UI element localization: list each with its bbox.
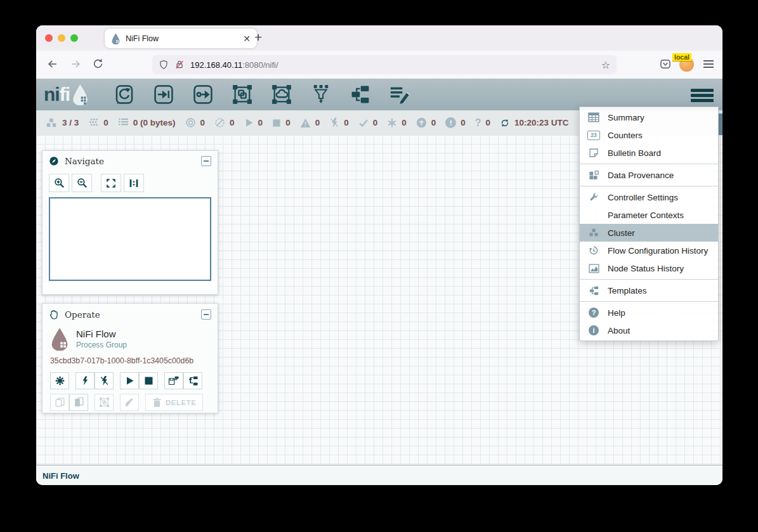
browser-tab[interactable]: NiFi Flow ✕: [105, 29, 257, 48]
bookmark-star-icon[interactable]: ☆: [601, 59, 610, 71]
back-button[interactable]: [46, 58, 59, 70]
menu-separator: [580, 186, 718, 186]
disabled-icon: [329, 117, 339, 128]
delete-button[interactable]: DELETE: [145, 394, 203, 411]
navigate-title: Navigate: [65, 156, 104, 166]
threads-status: 0: [88, 117, 108, 128]
process-group-drop-icon: [50, 327, 69, 351]
menu-item-cluster[interactable]: Cluster: [580, 224, 718, 242]
stale-status: 0: [416, 117, 436, 128]
delete-label: DELETE: [166, 399, 196, 406]
wrench-icon: [587, 192, 600, 202]
disabled-status: 0: [329, 117, 349, 128]
pocket-icon[interactable]: [659, 58, 672, 70]
info-icon: i: [587, 325, 600, 335]
cubes-icon: [587, 228, 600, 238]
url-path: :8080/nifi/: [242, 60, 278, 70]
label-icon[interactable]: [388, 83, 411, 106]
configure-button[interactable]: [50, 372, 69, 389]
menu-item-data-provenance[interactable]: Data Provenance: [580, 166, 718, 184]
template-icon[interactable]: [349, 83, 372, 106]
stop-button[interactable]: [139, 372, 158, 389]
menu-item-flow-configuration-history[interactable]: Flow Configuration History: [580, 242, 718, 259]
menu-separator: [580, 279, 718, 280]
menu-item-bulletin-board[interactable]: Bulletin Board: [580, 144, 718, 162]
global-menu-button[interactable]: [691, 89, 714, 104]
create-template-button[interactable]: [164, 372, 183, 389]
zoom-in-button[interactable]: [49, 174, 69, 192]
threads-count: 0: [103, 118, 108, 127]
menu-item-parameter-contexts[interactable]: Parameter Contexts: [580, 206, 718, 224]
collapse-navigate-button[interactable]: [201, 156, 211, 166]
refresh-icon[interactable]: [500, 118, 510, 128]
firefox-menu-button[interactable]: [703, 60, 714, 70]
navigation-bar: 192.168.40.11:8080/nifi/ ☆ local: [36, 51, 722, 79]
color-button[interactable]: [120, 394, 139, 411]
input-port-icon[interactable]: [152, 83, 175, 106]
url-bar[interactable]: 192.168.40.11:8080/nifi/ ☆: [152, 55, 617, 74]
process-group-icon[interactable]: [231, 83, 254, 106]
reload-button[interactable]: [92, 58, 104, 70]
last-refresh-time: 10:20:23 UTC: [514, 118, 569, 127]
browser-window: NiFi Flow ✕ + 192.168.40.11:8080/nifi/ ☆…: [36, 25, 722, 485]
stopped-status: 0: [272, 118, 291, 127]
not-transmitting-status: 0: [214, 117, 235, 128]
forward-button[interactable]: [69, 58, 82, 70]
funnel-icon[interactable]: [310, 83, 332, 106]
locally-modified-stale-status: ! 0: [445, 117, 466, 128]
minimap-footer: [43, 282, 217, 290]
breadcrumb[interactable]: NiFi Flow: [42, 471, 79, 481]
nifi-drop-icon: [72, 84, 89, 105]
menu-item-summary[interactable]: Summary: [580, 108, 718, 126]
tab-close-icon[interactable]: ✕: [243, 34, 251, 43]
selected-flow-name: NiFi Flow: [76, 328, 127, 339]
navigate-panel: Navigate: [42, 150, 218, 295]
menu-item-counters[interactable]: 23 Counters: [580, 126, 718, 144]
menu-item-controller-settings[interactable]: Controller Settings: [580, 188, 718, 206]
hand-icon: [49, 309, 59, 320]
queued-count: 0 (0 bytes): [133, 118, 176, 127]
zoom-fit-button[interactable]: [101, 174, 121, 192]
transmitting-status: 0: [185, 117, 206, 128]
counters-icon: 23: [587, 131, 600, 140]
minimize-window-button[interactable]: [58, 34, 65, 42]
global-menu: Summary 23 Counters Bulletin Board Data …: [579, 107, 719, 341]
start-button[interactable]: [120, 372, 139, 389]
group-button[interactable]: [95, 394, 114, 411]
process-group-id: 35cbd3b7-017b-1000-8bff-1c3405c00d6b: [42, 351, 218, 365]
new-tab-button[interactable]: +: [254, 30, 262, 45]
close-window-button[interactable]: [45, 34, 53, 42]
menu-item-templates[interactable]: Templates: [580, 282, 718, 299]
zoom-out-button[interactable]: [72, 174, 92, 192]
selected-flow-type: Process Group: [76, 341, 127, 349]
menu-item-node-status-history[interactable]: Node Status History: [580, 259, 718, 277]
breadcrumb-bar: NiFi Flow: [36, 465, 722, 485]
locally-modified-status: 0: [387, 118, 407, 128]
copy-button[interactable]: [50, 394, 69, 411]
output-port-icon[interactable]: [192, 83, 214, 106]
up-to-date-status: 0: [358, 118, 378, 127]
zoom-window-button[interactable]: [70, 34, 78, 42]
shield-icon[interactable]: [159, 60, 169, 70]
menu-item-about[interactable]: i About: [580, 321, 718, 339]
refresh-status[interactable]: 10:20:23 UTC: [500, 118, 569, 128]
sticky-note-icon: [587, 148, 600, 158]
disable-button[interactable]: [95, 372, 114, 389]
remote-process-group-icon[interactable]: [270, 83, 293, 106]
enable-button[interactable]: [75, 372, 95, 389]
running-icon: [244, 118, 254, 127]
insecure-lock-icon[interactable]: [174, 60, 185, 70]
upload-template-button[interactable]: [183, 372, 202, 389]
cluster-count: 3 / 3: [62, 118, 79, 127]
compass-icon: [49, 156, 59, 166]
collapse-operate-button[interactable]: [201, 309, 211, 320]
processor-icon[interactable]: [113, 83, 136, 106]
menu-item-help[interactable]: ? Help: [580, 304, 718, 321]
birdseye-minimap[interactable]: [49, 197, 211, 281]
paste-button[interactable]: [69, 394, 88, 411]
tab-bar: NiFi Flow ✕ +: [36, 25, 722, 51]
zoom-actual-size-button[interactable]: [124, 174, 144, 192]
threads-icon: [88, 117, 99, 128]
nifi-favicon-drop-icon: [111, 33, 121, 44]
nifi-logo: nifi: [44, 84, 89, 105]
